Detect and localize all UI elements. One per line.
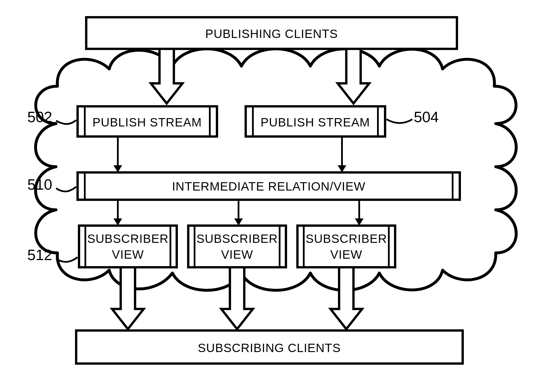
subscriber-view-1-box: SUBSCRIBER VIEW <box>79 226 177 267</box>
ref-502-label: 502 <box>27 109 52 125</box>
publish-stream-right-box: PUBLISH STREAM <box>246 106 385 137</box>
intermediate-label: INTERMEDIATE RELATION/VIEW <box>172 180 365 193</box>
subscribing-clients-label: SUBSCRIBING CLIENTS <box>198 341 341 355</box>
subscriber-view-1-line1: SUBSCRIBER <box>87 232 168 245</box>
subscriber-view-2-line2: VIEW <box>221 248 253 261</box>
intermediate-box: INTERMEDIATE RELATION/VIEW <box>78 172 460 200</box>
subscriber-view-2-line1: SUBSCRIBER <box>196 232 278 245</box>
subscriber-view-1-line2: VIEW <box>112 248 144 261</box>
diagram-svg: PUBLISHING CLIENTS PUBLISH STREAM 502 PU… <box>0 0 544 392</box>
ref-512-label: 512 <box>27 247 52 263</box>
subscriber-view-2-box: SUBSCRIBER VIEW <box>188 226 286 267</box>
ref-510-label: 510 <box>27 176 52 193</box>
subscriber-view-3-box: SUBSCRIBER VIEW <box>297 226 395 267</box>
subscribing-clients-box: SUBSCRIBING CLIENTS <box>76 330 463 364</box>
subscriber-view-3-line2: VIEW <box>330 248 362 261</box>
publishing-clients-label: PUBLISHING CLIENTS <box>205 27 338 41</box>
ref-504-label: 504 <box>414 109 439 125</box>
subscriber-view-3-line1: SUBSCRIBER <box>305 232 387 245</box>
publishing-clients-box: PUBLISHING CLIENTS <box>86 17 457 49</box>
publish-stream-left-label: PUBLISH STREAM <box>93 116 202 129</box>
publish-stream-left-box: PUBLISH STREAM <box>78 106 217 137</box>
publish-stream-right-label: PUBLISH STREAM <box>261 116 370 129</box>
